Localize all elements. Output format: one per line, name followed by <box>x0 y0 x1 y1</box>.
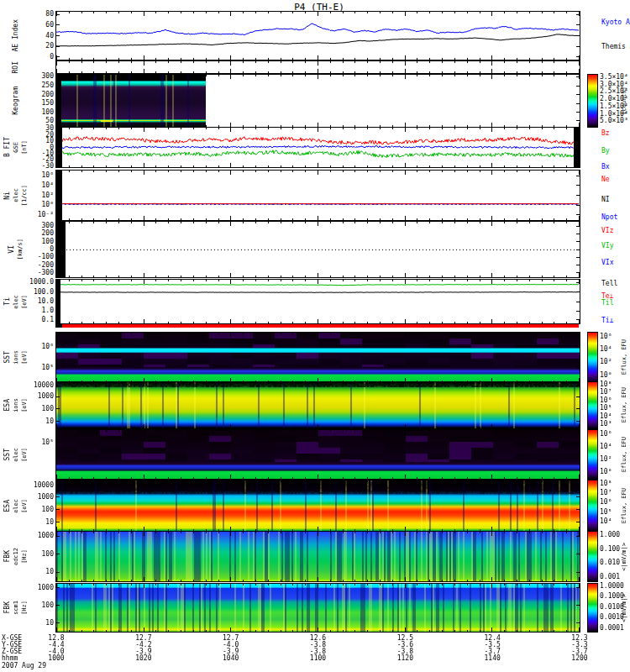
temperature-panel-axis-label-line: elec <box>12 295 20 309</box>
b-fit-panel-legend-by: By <box>601 148 610 155</box>
esa-electron-spectrogram-axis-label-line: ESA <box>3 500 12 512</box>
sst-electron-spectrogram-ytick-label: 10⁵ <box>29 439 54 446</box>
temperature-panel-ytick-label: 1000.0 <box>29 279 54 286</box>
temperature-panel-ytick-label: 0.1 <box>29 317 54 323</box>
esa-electron-spectrogram-ytick-label: 100 <box>29 507 54 513</box>
sst-ion-spectrogram-colorbar-unit: Eflux, EFU <box>620 333 628 382</box>
fbk-edc12-spectrogram-ytick-label: 100 <box>29 551 54 558</box>
esa-ion-spectrogram <box>55 381 580 429</box>
fbk-scm1-spectrogram-ytick-label: 100 <box>29 602 54 609</box>
density-panel-ytick-label: 10⁶ <box>29 172 54 179</box>
fbk-scm1-spectrogram-axis-label: FBKscm1[Hz] <box>2 584 30 632</box>
b-fit-panel-axis-label-line: GSE <box>12 142 20 153</box>
keogram-panel <box>55 74 580 128</box>
ae-index-panel-ytick-label: 80 <box>29 11 54 18</box>
roi-panel-axis-label-line: ROI <box>12 61 20 73</box>
ae-index-panel-legend-themis-ae: Themis AE <box>601 44 630 50</box>
velocity-panel-axis-label: VI[km/s] <box>2 222 30 277</box>
fbk-scm1-spectrogram-ytick-label: 10 <box>29 620 54 627</box>
temperature-panel <box>55 279 580 324</box>
sst-ion-spectrogram-colorbar-tick: 10² <box>600 359 612 365</box>
esa-ion-spectrogram-axis-label: ESAions[eV] <box>2 382 30 428</box>
sst-ion-spectrogram-ytick-label: 10⁵ <box>29 365 54 371</box>
keogram-panel-axis-label: Keogram <box>2 75 30 127</box>
time-tick-label: 1020 <box>125 655 162 662</box>
esa-ion-spectrogram-colorbar-tick: 10⁴ <box>600 413 612 420</box>
esa-ion-spectrogram-ytick-label: 10000 <box>29 382 54 389</box>
sst-electron-spectrogram-axis-label: SSTelec[eV] <box>2 430 30 479</box>
b-fit-panel-axis-label: B FITGSE[nT] <box>2 128 30 167</box>
fbk-scm1-spectrogram <box>55 583 580 633</box>
b-fit-panel-axis-label-line: [nT] <box>20 140 29 155</box>
sst-electron-spectrogram-colorbar <box>587 429 598 480</box>
sst-electron-spectrogram-colorbar-tick: 10⁶ <box>600 431 612 438</box>
fbk-scm1-spectrogram-colorbar-unit-text: <|mV/m|> <box>621 594 627 622</box>
sst-electron-spectrogram-colorbar-unit: Eflux, EFU <box>620 430 628 479</box>
esa-electron-spectrogram-axis-label: ESAelec[eV] <box>2 480 30 531</box>
keogram-panel-colorbar-unit-text: [counts] <box>621 87 627 115</box>
flags-bar-canvas <box>55 324 579 328</box>
sst-ion-spectrogram-ytick-label: 10⁶ <box>29 344 54 350</box>
velocity-panel-legend-vix: VIx <box>601 260 613 266</box>
esa-electron-spectrogram-canvas <box>56 480 580 531</box>
fbk-scm1-spectrogram-axis-label-line: [Hz] <box>20 601 29 615</box>
sst-electron-spectrogram-colorbar-tick: 10² <box>600 456 612 463</box>
sst-ion-spectrogram-colorbar-tick: 10⁰ <box>600 372 612 379</box>
esa-electron-spectrogram-colorbar-tick: 10⁴ <box>600 518 612 525</box>
ae-index-panel-canvas <box>56 12 580 60</box>
fbk-edc12-spectrogram-colorbar <box>587 531 598 582</box>
esa-ion-spectrogram-colorbar-tick: 10⁸ <box>600 381 612 388</box>
keogram-panel-colorbar <box>587 74 598 128</box>
temperature-panel-axis-label-line: [eV] <box>20 295 29 309</box>
sst-electron-spectrogram-colorbar-tick: 10⁴ <box>600 444 612 450</box>
velocity-panel-ytick-label: 0 <box>29 246 54 253</box>
ae-index-panel-ytick-label: 60 <box>29 22 54 29</box>
sst-ion-spectrogram-axis-label-line: [eV] <box>20 350 29 365</box>
fbk-edc12-spectrogram-axis-label-line: [Hz] <box>20 549 29 564</box>
density-panel-ytick-label: 10⁴ <box>29 182 54 189</box>
sst-ion-spectrogram-canvas <box>56 333 580 382</box>
fbk-scm1-spectrogram-ytick-label: 1000 <box>29 585 54 591</box>
b-fit-panel-ytick-label: -30 <box>29 163 54 170</box>
roi-panel <box>55 60 580 74</box>
density-panel-ytick-label: 10⁰ <box>29 202 54 208</box>
ae-index-panel-axis-label-line: AE Index <box>12 19 20 52</box>
esa-electron-spectrogram-ytick-label: 10000 <box>29 482 54 489</box>
velocity-panel-ytick-label: 100 <box>29 239 54 245</box>
fbk-scm1-spectrogram-canvas <box>56 584 580 632</box>
density-panel-axis-label-line: [1/cc] <box>20 185 29 206</box>
sst-electron-spectrogram <box>55 429 580 480</box>
velocity-panel-ytick-label: 200 <box>29 230 54 237</box>
sst-ion-spectrogram-colorbar <box>587 332 598 383</box>
sst-ion-spectrogram-axis-label-line: ions <box>12 350 20 365</box>
esa-electron-spectrogram-colorbar-tick: 10⁸ <box>600 480 612 487</box>
sst-ion-spectrogram-colorbar-tick: 10⁴ <box>600 346 612 353</box>
sst-ion-spectrogram-colorbar-unit-text: Eflux, EFU <box>621 339 627 375</box>
fbk-scm1-spectrogram-colorbar <box>587 583 598 633</box>
sst-electron-spectrogram-colorbar-tick: 10⁰ <box>600 469 612 475</box>
esa-electron-spectrogram-colorbar-tick: 10⁵ <box>600 509 612 516</box>
fbk-edc12-spectrogram-colorbar-tick: 0.010 <box>600 559 620 566</box>
ae-index-panel-ytick-label: 20 <box>29 43 54 50</box>
fbk-edc12-spectrogram-ytick-label: 1000 <box>29 533 54 539</box>
b-fit-panel-axis-label-line: B FIT <box>3 137 12 157</box>
temperature-panel-axis-label-line: Ti <box>3 297 12 306</box>
density-panel-ytick-label: 10² <box>29 192 54 199</box>
temperature-panel-ytick-label: 100.0 <box>29 289 54 296</box>
keogram-panel-ytick-label: 200 <box>29 92 54 98</box>
density-panel-axis-label-line: Ni <box>3 192 12 200</box>
esa-ion-spectrogram-colorbar <box>587 381 598 429</box>
fbk-scm1-spectrogram-axis-label-line: scm1 <box>12 601 20 615</box>
b-fit-panel <box>55 127 580 168</box>
b-fit-panel-canvas <box>56 128 580 167</box>
velocity-panel <box>55 221 580 278</box>
fbk-edc12-spectrogram-colorbar-tick: 0.001 <box>600 574 620 580</box>
sst-ion-spectrogram-colorbar-tick: 10⁶ <box>600 333 612 340</box>
temperature-panel-legend-ti-: Ti⊥ <box>601 318 613 324</box>
velocity-panel-legend-viy: VIy <box>601 243 613 249</box>
b-fit-panel-legend-bz: Bz <box>601 130 610 137</box>
temperature-panel-legend-til: Til <box>601 300 613 307</box>
esa-electron-spectrogram-axis-label-line: elec <box>12 499 20 513</box>
esa-ion-spectrogram-colorbar-tick: 10⁷ <box>600 389 612 396</box>
keogram-panel-colorbar-unit: [counts] <box>620 75 628 127</box>
